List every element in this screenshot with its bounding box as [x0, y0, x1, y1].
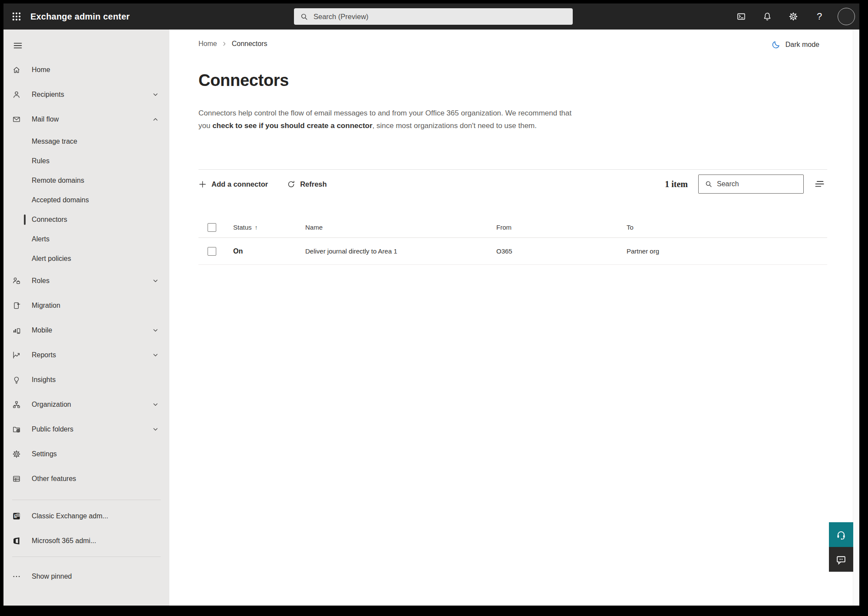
select-all-checkbox[interactable]	[208, 223, 216, 232]
settings-button[interactable]	[785, 9, 801, 24]
item-count: 1 item	[665, 179, 688, 189]
sidebar-item-alert-policies[interactable]: Alert policies	[3, 249, 169, 268]
sidebar-item-mobile[interactable]: Mobile	[3, 318, 169, 343]
sidebar-item-rules[interactable]: Rules	[3, 151, 169, 171]
sidebar-item-home[interactable]: Home	[3, 57, 169, 82]
column-label: Name	[305, 224, 323, 231]
breadcrumb-home-link[interactable]: Home	[198, 40, 217, 48]
help-button[interactable]: ?	[812, 9, 827, 24]
sidebar-item-reports[interactable]: Reports	[3, 343, 169, 367]
main-content: Home Connectors Dark mode Connectors Con…	[169, 30, 859, 606]
sidebar-item-remote-domains[interactable]: Remote domains	[3, 171, 169, 190]
chevron-down-icon	[152, 401, 159, 408]
column-header-status[interactable]: Status ↑	[226, 224, 298, 231]
filter-icon	[814, 178, 825, 190]
feedback-button[interactable]	[829, 547, 853, 572]
table-row[interactable]: On Deliver journal directly to Area 1 O3…	[198, 238, 827, 265]
app-launcher-button[interactable]	[6, 3, 27, 30]
row-cell-status: On	[226, 247, 298, 255]
sidebar-item-label: Microsoft 365 admi...	[32, 537, 96, 545]
row-checkbox[interactable]	[208, 247, 216, 256]
column-header-from[interactable]: From	[489, 224, 620, 231]
sidebar-item-label: Migration	[32, 302, 60, 310]
chevron-down-icon	[152, 91, 159, 98]
sidebar-item-other-features[interactable]: Other features	[3, 466, 169, 491]
plus-icon	[198, 180, 207, 188]
column-header-name[interactable]: Name	[298, 224, 489, 231]
add-connector-label: Add a connector	[211, 180, 268, 188]
sidebar-item-label: Accepted domains	[32, 196, 89, 204]
breadcrumb-current: Connectors	[232, 40, 267, 48]
account-avatar[interactable]	[838, 8, 855, 25]
sidebar-item-recipients[interactable]: Recipients	[3, 82, 169, 107]
column-label: Status	[233, 224, 252, 231]
sidebar-item-label: Alerts	[32, 235, 50, 243]
list-search-input[interactable]	[717, 180, 799, 188]
refresh-icon	[287, 180, 295, 188]
sidebar-item-organization[interactable]: Organization	[3, 392, 169, 417]
create-connector-help-link[interactable]: check to see if you should create a conn…	[212, 122, 372, 130]
app-title: Exchange admin center	[30, 12, 130, 22]
chevron-down-icon	[152, 352, 159, 359]
sidebar-item-label: Rules	[32, 157, 50, 165]
add-connector-button[interactable]: Add a connector	[198, 180, 268, 188]
list-toolbar: Add a connector Refresh 1 item	[198, 170, 827, 198]
collapse-nav-button[interactable]	[8, 36, 28, 56]
microsoft-365-icon	[12, 537, 21, 545]
sidebar: Home Recipients Mail flow	[3, 30, 169, 606]
chevron-down-icon	[152, 277, 159, 284]
sidebar-item-connectors[interactable]: Connectors	[3, 210, 169, 229]
vertical-scrollbar[interactable]	[853, 30, 859, 606]
classic-exchange-icon: E	[12, 512, 21, 520]
notifications-button[interactable]	[759, 9, 775, 24]
feedback-chat-icon	[835, 554, 847, 565]
sidebar-item-microsoft-365-admin[interactable]: Microsoft 365 admi...	[3, 528, 169, 553]
cloud-shell-button[interactable]	[733, 9, 749, 24]
global-search-input[interactable]	[314, 13, 567, 21]
breadcrumb: Home Connectors	[198, 40, 267, 48]
sidebar-item-label: Message trace	[32, 138, 77, 145]
sort-ascending-icon: ↑	[255, 224, 258, 231]
sidebar-item-roles[interactable]: Roles	[3, 268, 169, 293]
row-cell-to: Partner org	[620, 247, 827, 255]
sidebar-item-label: Home	[32, 66, 50, 74]
connectors-table: Status ↑ Name From To On Deliver jour	[198, 217, 827, 265]
column-header-to[interactable]: To	[620, 224, 827, 231]
sidebar-item-label: Mobile	[32, 326, 52, 334]
sidebar-item-settings[interactable]: Settings	[3, 441, 169, 466]
sidebar-item-alerts[interactable]: Alerts	[3, 229, 169, 249]
sidebar-item-accepted-domains[interactable]: Accepted domains	[3, 190, 169, 210]
sidebar-item-mail-flow[interactable]: Mail flow	[3, 107, 169, 132]
sidebar-item-label: Reports	[32, 351, 56, 359]
sidebar-item-migration[interactable]: Migration	[3, 293, 169, 318]
sidebar-item-message-trace[interactable]: Message trace	[3, 132, 169, 151]
sidebar-item-public-folders[interactable]: Public folders	[3, 417, 169, 441]
sidebar-item-insights[interactable]: Insights	[3, 367, 169, 392]
settings-gear-icon	[12, 450, 21, 458]
row-cell-checkbox	[198, 247, 226, 256]
list-search-box[interactable]	[698, 175, 804, 194]
refresh-button[interactable]: Refresh	[287, 180, 327, 188]
sidebar-item-label: Alert policies	[32, 255, 71, 263]
ellipsis-icon	[12, 572, 21, 581]
sidebar-item-label: Classic Exchange adm...	[32, 512, 108, 520]
filter-button[interactable]	[812, 176, 827, 192]
refresh-label: Refresh	[300, 180, 327, 188]
search-icon	[705, 180, 713, 188]
organization-icon	[12, 400, 21, 409]
help-icon: ?	[817, 11, 822, 22]
roles-icon	[12, 277, 21, 285]
breadcrumb-chevron-icon	[221, 41, 228, 47]
support-button[interactable]	[829, 522, 853, 547]
row-cell-name: Deliver journal directly to Area 1	[298, 247, 489, 255]
dark-mode-toggle[interactable]: Dark mode	[772, 40, 819, 49]
sidebar-item-show-pinned[interactable]: Show pinned	[3, 564, 169, 589]
global-search-box[interactable]	[294, 8, 573, 25]
page-title: Connectors	[198, 71, 289, 90]
mail-icon	[12, 115, 21, 124]
sidebar-item-label: Other features	[32, 475, 76, 483]
page-description: Connectors help control the flow of emai…	[198, 107, 577, 132]
sidebar-item-classic-exchange-admin[interactable]: E Classic Exchange adm...	[3, 504, 169, 528]
sidebar-item-label: Insights	[32, 376, 56, 384]
other-features-table-icon	[12, 474, 21, 483]
